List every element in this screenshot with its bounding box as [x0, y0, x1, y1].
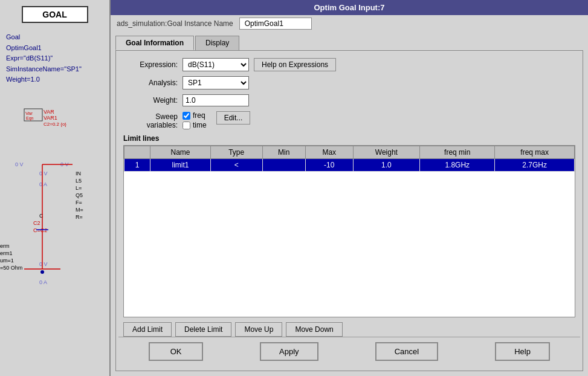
svg-text:C2=0.2 {o}: C2=0.2 {o} [44, 122, 66, 127]
table-header-row: Name Type Min Max Weight freq min freq m… [124, 146, 575, 159]
row-index: 1 [124, 159, 150, 172]
freq-checkbox[interactable] [183, 112, 190, 120]
nav-item-weight: Weight=1.0 [6, 74, 103, 85]
col-header-empty [124, 146, 150, 159]
time-checkbox-row: time [183, 121, 207, 129]
freq-checkbox-row: freq [183, 111, 207, 120]
col-header-freqmax: freq max [495, 146, 575, 159]
move-down-button[interactable]: Move Down [286, 322, 342, 337]
col-header-type: Type [210, 146, 262, 159]
row-freqmax: 2.7GHz [495, 159, 575, 172]
instance-path-label: ads_simulation:Goal Instance Name [117, 19, 233, 28]
add-limit-button[interactable]: Add Limit [123, 322, 172, 337]
nav-item-goal[interactable]: Goal [6, 32, 103, 43]
col-header-name: Name [150, 146, 210, 159]
svg-text:0 V: 0 V [39, 170, 48, 177]
svg-text:IN: IN [76, 170, 81, 177]
row-freqmin: 1.8GHz [420, 159, 495, 172]
tab-goal-information[interactable]: Goal Information [115, 36, 194, 50]
svg-text:F=: F= [76, 199, 82, 206]
analysis-select[interactable]: SP1 [183, 76, 249, 89]
svg-text:C2: C2 [33, 220, 40, 226]
time-checkbox[interactable] [183, 122, 190, 129]
schematic-area: Var Eqn VAR VAR1 C2=0.2 {o} 0 V 0 V 0 V … [0, 97, 109, 376]
svg-text:0 V: 0 V [15, 161, 24, 167]
main-dialog: Optim Goal Input:7 ads_simulation:Goal I… [111, 0, 588, 376]
analysis-row: Analysis: SP1 [123, 76, 575, 89]
row-max: -10 [305, 159, 353, 172]
dialog-body: Goal Information Display Expression: dB(… [111, 32, 588, 376]
left-panel: GOAL Goal OptimGoal1 Expr="dB(S11)" SimI… [0, 0, 111, 376]
col-header-min: Min [262, 146, 305, 159]
title-bar: Optim Goal Input:7 [111, 0, 588, 15]
svg-text:0 V: 0 V [39, 261, 48, 267]
apply-button[interactable]: Apply [260, 342, 318, 361]
col-header-max: Max [305, 146, 353, 159]
bottom-buttons: OK Apply Cancel Help [123, 337, 575, 363]
nav-item-expr: Expr="dB(S11)" [6, 53, 103, 64]
sweep-row: Sweep variables: freq time Edit... [123, 111, 575, 129]
col-header-weight: Weight [353, 146, 420, 159]
svg-text:0 A: 0 A [39, 181, 47, 187]
cancel-button[interactable]: Cancel [375, 342, 438, 361]
limit-lines-section: Limit lines Name Type Min Max Weight f [123, 134, 575, 337]
limit-buttons: Add Limit Delete Limit Move Up Move Down [123, 322, 575, 337]
sweep-label: Sweep variables: [123, 111, 178, 129]
delete-limit-button[interactable]: Delete Limit [175, 322, 231, 337]
row-min [262, 159, 305, 172]
col-header-freqmin: freq min [420, 146, 495, 159]
weight-label: Weight: [123, 96, 178, 105]
freq-label: freq [193, 111, 205, 120]
svg-text:C=C2: C=C2 [33, 227, 47, 233]
instance-row: ads_simulation:Goal Instance Name OptimG… [111, 15, 588, 32]
nav-item-optimgoal1[interactable]: OptimGoal1 [6, 43, 103, 54]
svg-text:VAR1: VAR1 [44, 115, 57, 121]
svg-text:L5: L5 [76, 178, 82, 184]
limit-lines-title: Limit lines [123, 134, 575, 143]
instance-name-value: OptimGoal1 [239, 18, 312, 30]
tab-content-goal: Expression: dB(S11) dB(S21) dB(S12) dB(S… [115, 50, 583, 371]
svg-text:M=: M= [76, 207, 83, 213]
tab-display[interactable]: Display [195, 36, 239, 50]
expression-select[interactable]: dB(S11) dB(S21) dB(S12) dB(S22) [183, 58, 249, 71]
limit-table: Name Type Min Max Weight freq min freq m… [124, 146, 575, 172]
svg-text:0 A: 0 A [39, 279, 47, 285]
svg-text:Eqn: Eqn [26, 116, 34, 121]
svg-text:Var: Var [25, 111, 33, 116]
limit-table-container: Name Type Min Max Weight freq min freq m… [123, 145, 575, 317]
tabs-bar: Goal Information Display [115, 32, 583, 50]
time-label: time [193, 121, 207, 129]
svg-text:VAR: VAR [44, 109, 54, 115]
weight-row: Weight: [123, 94, 575, 106]
left-nav: Goal OptimGoal1 Expr="dB(S11)" SimInstan… [0, 29, 109, 88]
goal-box: GOAL [22, 6, 88, 23]
weight-input[interactable] [183, 94, 249, 106]
move-up-button[interactable]: Move Up [235, 322, 282, 337]
row-weight: 1.0 [353, 159, 420, 172]
expression-label: Expression: [123, 60, 178, 69]
analysis-label: Analysis: [123, 79, 178, 87]
help-expressions-button[interactable]: Help on Expressions [254, 58, 336, 71]
table-row[interactable]: 1 limit1 < -10 1.0 1.8GHz 2.7GHz [124, 159, 575, 172]
sweep-checkboxes: freq time [183, 111, 207, 129]
goal-box-label: GOAL [42, 10, 66, 19]
svg-text:=50 Ohm: =50 Ohm [0, 265, 22, 271]
ok-button[interactable]: OK [149, 342, 203, 361]
edit-button[interactable]: Edit... [216, 111, 251, 125]
svg-text:erm1: erm1 [0, 250, 13, 256]
row-type: < [210, 159, 262, 172]
svg-text:erm: erm [0, 243, 10, 249]
help-button[interactable]: Help [495, 342, 550, 361]
svg-text:Q5: Q5 [76, 192, 83, 198]
svg-text:C: C [39, 213, 44, 219]
nav-item-siminstance: SimInstanceName="SP1" [6, 64, 103, 75]
row-name: limit1 [150, 159, 210, 172]
svg-text:R=: R= [76, 214, 83, 220]
title-text: Optim Goal Input:7 [314, 3, 385, 12]
expression-row: Expression: dB(S11) dB(S21) dB(S12) dB(S… [123, 58, 575, 71]
svg-text:um=1: um=1 [0, 258, 14, 264]
svg-point-29 [40, 270, 44, 274]
svg-text:L=: L= [76, 185, 82, 191]
